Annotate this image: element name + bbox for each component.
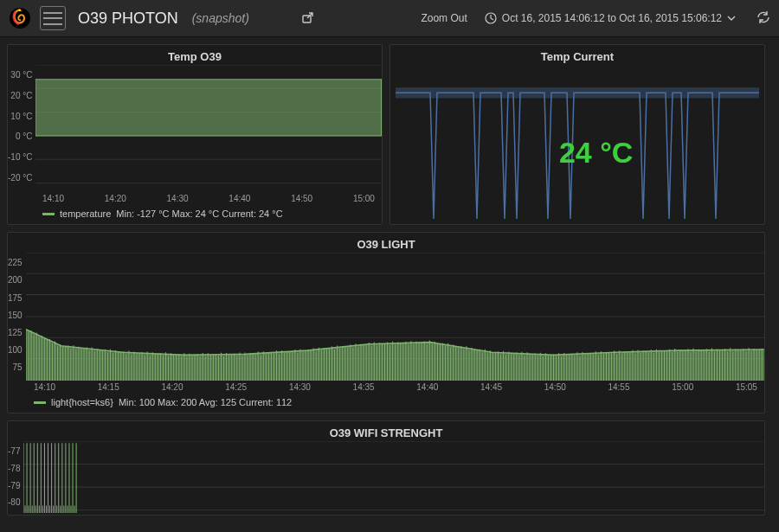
y-tick: 75 xyxy=(13,362,23,372)
x-tick: 14:25 xyxy=(225,382,247,392)
legend[interactable]: temperature Min: -127 °C Max: 24 °C Curr… xyxy=(8,205,382,224)
x-tick: 14:55 xyxy=(608,382,629,392)
panel-o39-light[interactable]: O39 LIGHT 225 200 175 150 125 100 75 xyxy=(7,232,765,413)
y-axis: 30 °C 20 °C 10 °C 0 °C -10 °C -20 °C xyxy=(8,68,35,184)
x-tick: 14:10 xyxy=(42,194,64,203)
legend-series: temperature xyxy=(60,208,111,219)
time-range-picker[interactable]: Oct 16, 2015 14:06:12 to Oct 16, 2015 15… xyxy=(485,12,736,24)
legend-stats: Min: 100 Max: 200 Avg: 125 Current: 112 xyxy=(119,397,292,407)
x-tick: 15:05 xyxy=(736,382,757,392)
time-range-label: Oct 16, 2015 14:06:12 to Oct 16, 2015 15… xyxy=(502,12,722,24)
refresh-icon[interactable] xyxy=(756,10,770,27)
x-tick: 14:20 xyxy=(161,382,183,392)
x-tick: 14:50 xyxy=(544,382,566,392)
y-tick: 20 °C xyxy=(10,91,32,100)
x-tick: 14:40 xyxy=(416,382,438,392)
dashboard-title[interactable]: O39 PHOTON xyxy=(78,10,178,28)
x-tick: 14:40 xyxy=(229,194,250,203)
wifi-chart[interactable] xyxy=(23,441,764,515)
panel-title: Temp Current xyxy=(390,45,764,65)
y-tick: 100 xyxy=(8,345,23,355)
panel-temp-current[interactable]: Temp Current 24 °C xyxy=(390,44,765,225)
y-tick: 30 °C xyxy=(10,70,32,80)
legend-swatch xyxy=(42,213,55,215)
panel-title: O39 WIFI STRENGHT xyxy=(8,421,764,441)
panel-title: O39 LIGHT xyxy=(8,233,764,253)
y-tick: 150 xyxy=(8,311,23,320)
x-axis: 14:10 14:15 14:20 14:25 14:30 14:35 14:4… xyxy=(8,381,764,394)
x-tick: 14:45 xyxy=(480,382,502,392)
temp-chart[interactable] xyxy=(35,65,382,192)
clock-icon xyxy=(485,12,497,24)
x-tick: 14:10 xyxy=(34,382,55,392)
x-tick: 14:30 xyxy=(289,382,311,392)
zoom-out-button[interactable]: Zoom Out xyxy=(412,12,475,24)
share-icon[interactable] xyxy=(301,10,315,27)
light-chart[interactable] xyxy=(26,253,764,381)
legend-stats: Min: -127 °C Max: 24 °C Current: 24 °C xyxy=(116,208,282,219)
y-tick: -78 xyxy=(8,464,20,473)
panel-o39-wifi[interactable]: O39 WIFI STRENGHT -77 -78 -79 -80 xyxy=(7,420,765,516)
svg-rect-9 xyxy=(35,80,382,136)
y-tick: -77 xyxy=(8,446,20,456)
y-tick: -80 xyxy=(8,497,20,507)
x-tick: 14:20 xyxy=(105,194,126,203)
x-tick: 14:35 xyxy=(353,382,375,392)
singlestat-value: 24 °C xyxy=(559,136,633,170)
y-tick: 0 °C xyxy=(16,131,33,141)
grafana-logo-icon[interactable] xyxy=(9,7,31,29)
x-tick: 14:30 xyxy=(167,194,189,203)
y-tick: -20 °C xyxy=(8,173,32,183)
x-axis: 14:10 14:20 14:30 14:40 14:50 15:00 xyxy=(8,192,382,205)
y-axis: -77 -78 -79 -80 xyxy=(8,445,23,509)
x-tick: 15:00 xyxy=(672,382,693,392)
dashboard-icon[interactable] xyxy=(40,6,66,30)
top-bar: O39 PHOTON (snapshot) Zoom Out Oct 16, 2… xyxy=(0,0,779,37)
x-tick: 14:50 xyxy=(291,194,312,203)
y-tick: 225 xyxy=(8,258,23,267)
y-axis: 225 200 175 150 125 100 75 xyxy=(8,256,26,374)
chevron-down-icon xyxy=(727,14,736,22)
y-tick: -79 xyxy=(8,481,20,490)
y-tick: 10 °C xyxy=(10,112,32,121)
y-tick: 175 xyxy=(8,293,23,303)
legend[interactable]: light{host=ks6} Min: 100 Max: 200 Avg: 1… xyxy=(8,394,764,413)
x-tick: 15:00 xyxy=(353,194,375,203)
y-tick: -10 °C xyxy=(8,152,32,162)
panel-temp-o39[interactable]: Temp O39 30 °C 20 °C 10 °C 0 °C -10 °C -… xyxy=(7,44,383,225)
y-tick: 125 xyxy=(8,328,23,337)
panel-title: Temp O39 xyxy=(8,45,382,65)
dashboard-subtitle: (snapshot) xyxy=(192,11,249,25)
y-tick: 200 xyxy=(8,275,23,285)
x-tick: 14:15 xyxy=(98,382,119,392)
legend-series: light{host=ks6} xyxy=(51,397,113,407)
legend-swatch xyxy=(34,401,46,404)
